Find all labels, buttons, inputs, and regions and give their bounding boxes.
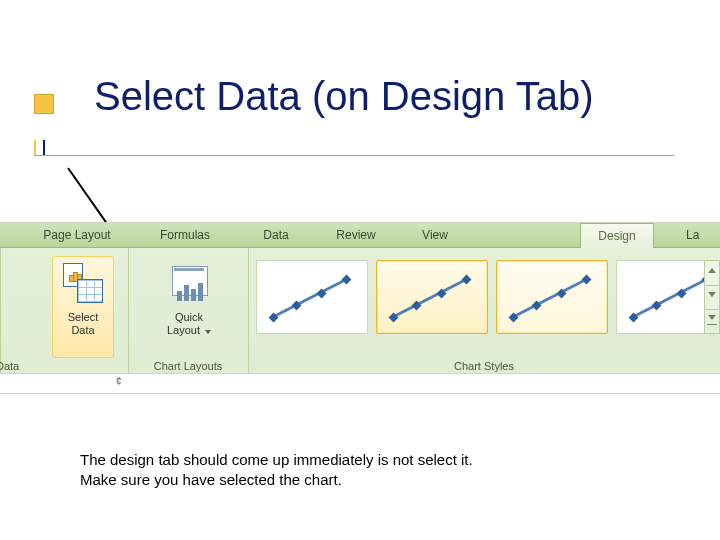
caption-line-2: Make sure you have selected the chart. [80, 470, 473, 490]
svg-line-10 [513, 279, 587, 317]
group-left-fragment: umn [0, 248, 1, 374]
svg-line-15 [633, 279, 707, 317]
group-chart-layouts: QuickLayout Chart Layouts [128, 248, 249, 374]
group-label-chart-layouts: Chart Layouts [128, 360, 248, 372]
pointer-arrow [68, 167, 168, 169]
chart-styles-gallery [248, 260, 706, 332]
title-underline [34, 155, 674, 156]
ribbon-body: umn Data [0, 248, 720, 374]
quick-layout-label-line2: Layout [167, 324, 200, 336]
select-data-icon [61, 261, 105, 305]
svg-line-0 [273, 279, 347, 317]
select-data-label-line2: Data [71, 324, 94, 336]
title-decor-tick-blue [43, 140, 45, 155]
svg-line-5 [393, 279, 467, 317]
chart-style-option-4[interactable] [616, 260, 708, 334]
slide-title: Select Data (on Design Tab) [94, 74, 594, 119]
tab-layout-partial[interactable]: La [680, 223, 720, 247]
svg-rect-9 [462, 275, 472, 285]
group-chart-styles: Chart Styles [248, 248, 720, 374]
chart-style-option-3[interactable] [496, 260, 608, 334]
ribbon-tabs: Page Layout Formulas Data Review View De… [0, 223, 720, 248]
gallery-expand-bar-icon [707, 324, 717, 325]
line-series-icon [385, 261, 479, 333]
svg-rect-14 [582, 275, 592, 285]
caption-line-1: The design tab should come up immediatel… [80, 450, 473, 470]
group-select-data: SelectData [38, 248, 129, 374]
select-data-button[interactable]: SelectData [52, 256, 114, 358]
tab-review[interactable]: Review [326, 223, 386, 247]
group-label-data-fragment: Data [0, 360, 19, 372]
line-series-icon [505, 261, 599, 333]
svg-rect-4 [342, 275, 352, 285]
scroll-up-icon[interactable] [708, 268, 716, 273]
tab-data[interactable]: Data [250, 223, 302, 247]
gallery-scroller[interactable] [704, 260, 720, 334]
select-data-label-line1: Select [68, 311, 99, 323]
quick-layout-button[interactable]: QuickLayout [158, 256, 220, 358]
chart-style-option-2[interactable] [376, 260, 488, 334]
tab-view[interactable]: View [410, 223, 460, 247]
chart-style-option-1[interactable] [256, 260, 368, 334]
quick-layout-icon [167, 261, 211, 305]
tab-design[interactable]: Design [580, 223, 654, 248]
scroll-down-icon[interactable] [708, 292, 716, 297]
ribbon-screenshot: Page Layout Formulas Data Review View De… [0, 222, 720, 394]
tab-page-layout[interactable]: Page Layout [34, 223, 120, 247]
slide-caption: The design tab should come up immediatel… [80, 450, 473, 490]
slide: Select Data (on Design Tab) Page Layout … [0, 0, 720, 540]
dropdown-arrow-icon [205, 330, 211, 334]
gallery-expand-icon[interactable] [708, 315, 716, 320]
tab-formulas[interactable]: Formulas [148, 223, 222, 247]
quick-layout-label-line1: Quick [175, 311, 203, 323]
title-decor-tick-orange [34, 140, 36, 155]
line-series-icon [265, 261, 359, 333]
title-bullet-icon [34, 94, 54, 114]
group-label-chart-styles: Chart Styles [248, 360, 720, 372]
